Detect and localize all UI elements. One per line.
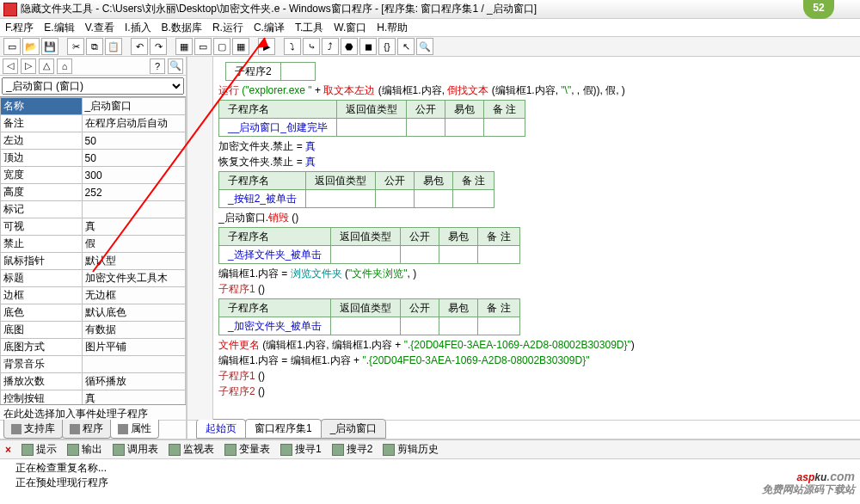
tab-properties[interactable]: 属性	[110, 420, 159, 439]
stop-icon[interactable]: ◼	[359, 38, 377, 55]
menu-file[interactable]: F.程序	[5, 21, 34, 35]
prop-name[interactable]: 鼠标指针	[1, 253, 83, 270]
prop-value[interactable]: 在程序启动后自动	[82, 115, 185, 132]
open-icon[interactable]: 📂	[22, 38, 40, 55]
copy-icon[interactable]: ⧉	[86, 38, 103, 55]
prop-value[interactable]: 默认底色	[82, 304, 185, 322]
form-icon[interactable]: ▭	[194, 38, 212, 55]
prop-value[interactable]: 无边框	[82, 287, 185, 304]
find-icon[interactable]: 🔍	[416, 38, 433, 55]
prop-value[interactable]: 循环播放	[82, 373, 185, 390]
braces-icon[interactable]: {}	[378, 38, 396, 55]
prop-name[interactable]: 标题	[1, 270, 83, 287]
step-over-icon[interactable]: ⤵	[284, 38, 301, 55]
prop-value[interactable]	[82, 201, 185, 218]
pointer-icon[interactable]: ↖	[397, 38, 415, 55]
prop-name[interactable]: 底图	[1, 322, 83, 339]
search-icon[interactable]: 🔍	[168, 58, 183, 74]
prop-name[interactable]: 顶边	[1, 150, 83, 167]
prop-name[interactable]: 标记	[1, 201, 83, 218]
menu-database[interactable]: B.数据库	[162, 21, 202, 35]
prop-value[interactable]: 真	[82, 390, 185, 405]
prop-value[interactable]: 图片平铺	[82, 339, 185, 356]
run-icon[interactable]: ▶	[258, 38, 275, 55]
tab-support-lib[interactable]: 支持库	[3, 420, 63, 439]
prop-name[interactable]: 左边	[1, 132, 83, 150]
menu-insert[interactable]: I.插入	[125, 21, 151, 35]
toolbar: ▭ 📂 💾 ✂ ⧉ 📋 ↶ ↷ ▦ ▭ ▢ ▦ ▶ ⤵ ⤷ ⤴ ⬣ ◼ {} ↖…	[0, 36, 860, 57]
menu-run[interactable]: R.运行	[212, 21, 243, 35]
tab-window-set[interactable]: 窗口程序集1	[245, 419, 322, 439]
window-icon[interactable]: ▢	[213, 38, 230, 55]
prop-name[interactable]: 控制按钮	[1, 390, 83, 405]
event-selector[interactable]: 在此处选择加入事件处理子程序	[0, 404, 186, 420]
break-icon[interactable]: ⬣	[341, 38, 358, 55]
tab-clip-history[interactable]: 剪辑历史	[383, 442, 439, 457]
prop-value[interactable]: 真	[82, 218, 185, 236]
code-line: 子程序1 ()	[218, 368, 853, 384]
step-into-icon[interactable]: ⤷	[303, 38, 320, 55]
menu-compile[interactable]: C.编译	[254, 21, 285, 35]
prop-value[interactable]: 50	[82, 132, 185, 150]
prop-name[interactable]: 禁止	[1, 236, 83, 253]
nav-fwd-icon[interactable]: ▷	[21, 58, 36, 74]
prop-value[interactable]: 有数据	[82, 322, 185, 339]
menu-help[interactable]: H.帮助	[377, 21, 408, 35]
code-canvas[interactable]: 子程序2 运行 ("explorer.exe " + 取文本左边 (编辑框1.内…	[187, 57, 860, 420]
tab-vars[interactable]: 变量表	[224, 442, 270, 457]
window-title: 隐藏文件夹工具 - C:\Users\刘永丽\Desktop\加密文件夹.e -…	[21, 2, 857, 16]
prop-value[interactable]: 50	[82, 150, 185, 167]
tab-watch[interactable]: 监视表	[169, 442, 214, 457]
step-out-icon[interactable]: ⤴	[322, 38, 339, 55]
prop-value[interactable]: _启动窗口	[82, 98, 185, 115]
nav-up-icon[interactable]: △	[39, 58, 54, 74]
db-icon[interactable]: ▦	[175, 38, 193, 55]
prop-name[interactable]: 底图方式	[1, 339, 83, 356]
nav-home-icon[interactable]: ⌂	[57, 58, 72, 74]
object-combo[interactable]: _启动窗口 (窗口)	[2, 77, 184, 95]
new-icon[interactable]: ▭	[3, 38, 21, 55]
prop-value[interactable]: 默认型	[82, 253, 185, 270]
prop-value[interactable]: 300	[82, 167, 185, 184]
prop-value[interactable]: 252	[82, 184, 185, 201]
menu-tools[interactable]: T.工具	[295, 21, 323, 35]
close-icon[interactable]: ×	[5, 444, 11, 456]
help-icon[interactable]: ?	[150, 58, 165, 74]
tab-call-table[interactable]: 调用表	[113, 442, 158, 457]
prop-value[interactable]: 加密文件夹工具木	[82, 270, 185, 287]
prop-value[interactable]: 假	[82, 236, 185, 253]
prop-name[interactable]: 高度	[1, 184, 83, 201]
tab-output[interactable]: 输出	[67, 442, 102, 457]
property-grid[interactable]: 名称_启动窗口备注在程序启动后自动左边50顶边50宽度300高度252标记可视真…	[0, 96, 186, 404]
prop-value[interactable]	[82, 356, 185, 373]
nav-back-icon[interactable]: ◁	[3, 58, 18, 74]
menu-view[interactable]: V.查看	[85, 21, 114, 35]
grid-icon[interactable]: ▦	[232, 38, 249, 55]
tab-search2[interactable]: 搜寻2	[332, 442, 373, 457]
prop-name[interactable]: 名称	[1, 98, 83, 115]
redo-icon[interactable]: ↷	[150, 38, 167, 55]
bulb-icon	[22, 444, 34, 456]
tab-hints[interactable]: 提示	[22, 442, 57, 457]
tab-search1[interactable]: 搜寻1	[280, 442, 322, 457]
cut-icon[interactable]: ✂	[67, 38, 84, 55]
update-badge[interactable]: 52	[803, 0, 834, 19]
prop-name[interactable]: 备注	[1, 115, 83, 132]
code-line: 文件更名 (编辑框1.内容, 编辑框1.内容 + ".{20D04FE0-3AE…	[218, 337, 853, 353]
cell-sub2: 子程序2	[226, 63, 281, 81]
undo-icon[interactable]: ↶	[131, 38, 148, 55]
menu-edit[interactable]: E.编辑	[44, 21, 74, 35]
tab-start-page[interactable]: 起始页	[196, 419, 246, 439]
save-icon[interactable]: 💾	[41, 38, 58, 55]
menu-window[interactable]: W.窗口	[334, 21, 366, 35]
prop-name[interactable]: 可视	[1, 218, 83, 236]
prop-name[interactable]: 背景音乐	[1, 356, 83, 373]
prop-name[interactable]: 底色	[1, 304, 83, 322]
prop-name[interactable]: 播放次数	[1, 373, 83, 390]
paste-icon[interactable]: 📋	[105, 38, 122, 55]
tab-program[interactable]: 程序	[62, 420, 111, 439]
prop-name[interactable]: 边框	[1, 287, 83, 304]
prop-name[interactable]: 宽度	[1, 167, 83, 184]
tab-start-window[interactable]: _启动窗口	[321, 419, 387, 439]
search-icon	[332, 444, 344, 456]
